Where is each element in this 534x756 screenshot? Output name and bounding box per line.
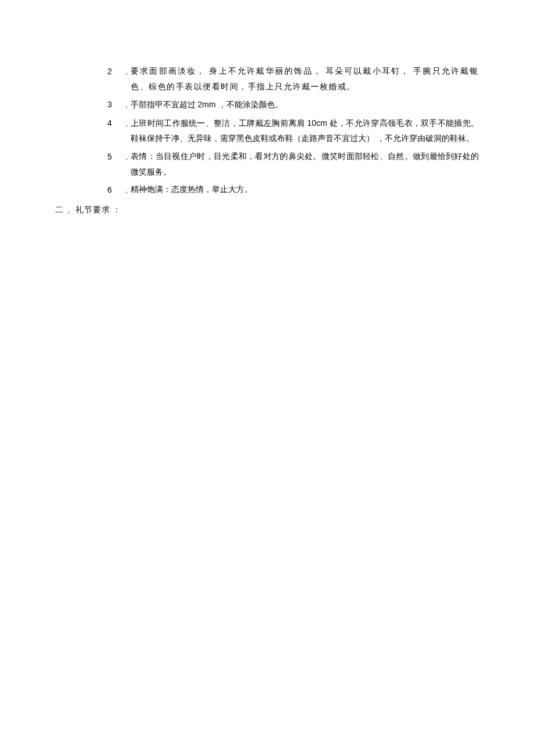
item-separator: 、 bbox=[125, 97, 131, 113]
list-item: 5、 表情：当目视住户时，目光柔和，看对方的鼻尖处。微笑时面部轻松、自然。做到最… bbox=[107, 149, 479, 180]
item-separator: 、 bbox=[125, 64, 131, 95]
item-content: 上班时间工作服统一、整洁，工牌戴左胸前离肩 10cm 处，不允许穿高领毛衣，双手… bbox=[131, 115, 479, 147]
list-item: 4、 上班时间工作服统一、整洁，工牌戴左胸前离肩 10cm 处，不允许穿高领毛衣… bbox=[107, 115, 479, 147]
item-number: 6 bbox=[107, 182, 125, 198]
item-number: 4 bbox=[107, 115, 125, 147]
numbered-list: 2、 要求面部画淡妆， 身上不允许戴华丽的饰品， 耳朵可以戴小耳钉， 手腕只允许… bbox=[55, 64, 479, 198]
list-item: 6、 精神饱满：态度热情，举止大方。 bbox=[107, 182, 479, 198]
item-content: 表情：当目视住户时，目光柔和，看对方的鼻尖处。微笑时面部轻松、自然。做到最恰到好… bbox=[131, 149, 479, 180]
item-number: 5 bbox=[107, 149, 125, 180]
item-number: 2 bbox=[107, 64, 125, 95]
item-number: 3 bbox=[107, 97, 125, 113]
item-content: 要求面部画淡妆， 身上不允许戴华丽的饰品， 耳朵可以戴小耳钉， 手腕只允许戴银色… bbox=[131, 64, 479, 95]
item-separator: 、 bbox=[125, 149, 131, 180]
content-text: 手部指甲不宜超过 bbox=[131, 100, 198, 109]
content-text: ，不能涂染颜色。 bbox=[218, 100, 283, 109]
list-item: 2、 要求面部画淡妆， 身上不允许戴华丽的饰品， 耳朵可以戴小耳钉， 手腕只允许… bbox=[107, 64, 479, 95]
item-separator: 、 bbox=[125, 182, 131, 198]
item-content: 精神饱满：态度热情，举止大方。 bbox=[131, 182, 479, 198]
item-content: 手部指甲不宜超过 2mm ，不能涂染颜色。 bbox=[131, 97, 479, 113]
item-separator: 、 bbox=[125, 115, 131, 147]
content-text: 上班时间工作服统一、整洁，工牌戴左胸前离肩 bbox=[131, 119, 307, 128]
list-item: 3、 手部指甲不宜超过 2mm ，不能涂染颜色。 bbox=[107, 97, 479, 113]
section-heading: 二 、礼节要求 ： bbox=[55, 202, 479, 218]
content-measurement: 2mm bbox=[198, 100, 218, 109]
content-measurement: 10cm bbox=[307, 118, 329, 128]
